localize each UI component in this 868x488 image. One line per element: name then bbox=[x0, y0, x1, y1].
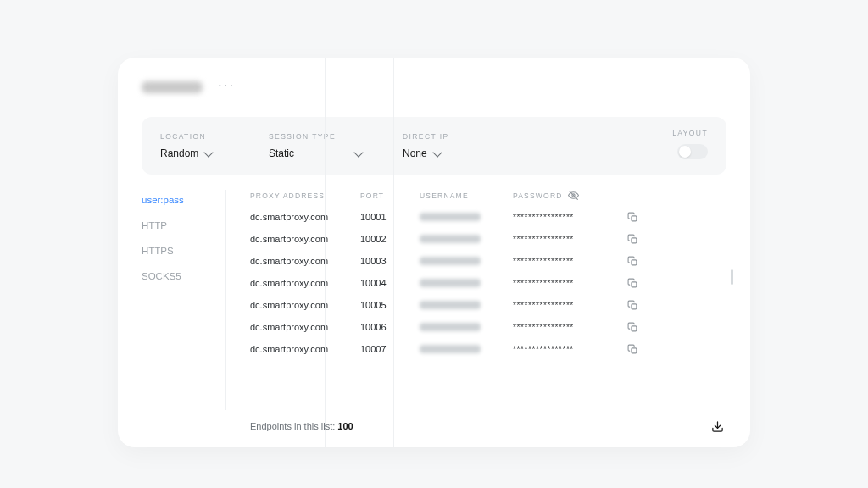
cell-password: **************** bbox=[513, 235, 623, 244]
th-address: PROXY ADDRESS bbox=[250, 191, 360, 200]
cell-username bbox=[420, 235, 513, 243]
cell-password: **************** bbox=[513, 213, 623, 222]
cell-password: **************** bbox=[513, 323, 623, 332]
cell-address: dc.smartproxy.com bbox=[250, 256, 360, 266]
endpoint-table: PROXY ADDRESS PORT USERNAME PASSWORD dc.… bbox=[226, 190, 726, 410]
cell-username bbox=[420, 257, 513, 265]
svg-rect-3 bbox=[631, 237, 636, 242]
filter-layout-label: LAYOUT bbox=[672, 129, 708, 137]
cell-username bbox=[420, 279, 513, 287]
tab-userpass[interactable]: user:pass bbox=[142, 195, 225, 205]
table-row: dc.smartproxy.com10006**************** bbox=[250, 318, 726, 336]
scrollbar-thumb[interactable] bbox=[731, 269, 733, 285]
cell-password: **************** bbox=[513, 345, 623, 354]
filter-session: SESSION TYPE Static bbox=[269, 132, 362, 159]
blurred-title bbox=[142, 81, 203, 93]
auth-tabs: user:pass HTTP HTTPS SOCKS5 bbox=[142, 190, 226, 410]
table-row: dc.smartproxy.com10003**************** bbox=[250, 252, 726, 270]
filter-directip-select[interactable]: None bbox=[403, 147, 470, 159]
svg-rect-4 bbox=[631, 259, 636, 264]
copy-button[interactable] bbox=[623, 230, 642, 248]
more-menu-icon[interactable]: ··· bbox=[218, 78, 235, 92]
divider bbox=[326, 58, 326, 447]
chevron-down-icon bbox=[353, 147, 363, 157]
chevron-down-icon bbox=[204, 147, 214, 157]
cell-port: 10003 bbox=[360, 256, 420, 266]
cell-address: dc.smartproxy.com bbox=[250, 278, 360, 288]
copy-button[interactable] bbox=[623, 296, 642, 314]
cell-port: 10004 bbox=[360, 278, 420, 288]
cell-address: dc.smartproxy.com bbox=[250, 212, 360, 222]
cell-port: 10006 bbox=[360, 322, 420, 332]
cell-port: 10002 bbox=[360, 234, 420, 244]
svg-rect-7 bbox=[631, 325, 636, 330]
tab-socks5[interactable]: SOCKS5 bbox=[142, 271, 225, 281]
table-body: dc.smartproxy.com10001****************dc… bbox=[250, 208, 726, 358]
config-card: ··· LOCATION Random SESSION TYPE Static … bbox=[118, 58, 750, 447]
cell-username bbox=[420, 213, 513, 221]
table-row: dc.smartproxy.com10004**************** bbox=[250, 274, 726, 292]
table-header: PROXY ADDRESS PORT USERNAME PASSWORD bbox=[250, 190, 726, 208]
cell-port: 10005 bbox=[360, 300, 420, 310]
cell-port: 10001 bbox=[360, 212, 420, 222]
eye-off-icon[interactable] bbox=[568, 190, 579, 201]
cell-address: dc.smartproxy.com bbox=[250, 234, 360, 244]
copy-button[interactable] bbox=[623, 208, 642, 226]
filter-layout: LAYOUT III bbox=[672, 129, 708, 159]
cell-password: **************** bbox=[513, 257, 623, 266]
cell-password: **************** bbox=[513, 301, 623, 310]
divider bbox=[393, 58, 394, 447]
cell-port: 10007 bbox=[360, 344, 420, 354]
tab-https[interactable]: HTTPS bbox=[142, 246, 225, 256]
copy-button[interactable] bbox=[623, 252, 642, 270]
svg-rect-8 bbox=[631, 347, 636, 352]
filter-session-value: Static bbox=[269, 147, 294, 159]
cell-address: dc.smartproxy.com bbox=[250, 300, 360, 310]
table-row: dc.smartproxy.com10007**************** bbox=[250, 340, 726, 358]
cell-username bbox=[420, 323, 513, 331]
download-button[interactable] bbox=[708, 417, 726, 435]
layout-toggle[interactable]: III bbox=[677, 144, 708, 159]
filter-location-select[interactable]: Random bbox=[160, 147, 228, 159]
copy-button[interactable] bbox=[623, 274, 642, 292]
th-port: PORT bbox=[360, 191, 420, 200]
filter-bar: LOCATION Random SESSION TYPE Static DIRE… bbox=[142, 117, 726, 175]
filter-session-select[interactable]: Static bbox=[269, 147, 362, 159]
filter-directip: DIRECT IP None bbox=[403, 132, 470, 159]
divider bbox=[504, 58, 504, 447]
filter-location-value: Random bbox=[160, 147, 198, 159]
endpoint-count: Endpoints in this list: 100 bbox=[250, 421, 353, 431]
main-area: user:pass HTTP HTTPS SOCKS5 PROXY ADDRES… bbox=[142, 190, 726, 410]
toggle-knob bbox=[679, 146, 691, 158]
th-password: PASSWORD bbox=[513, 190, 623, 201]
svg-rect-6 bbox=[631, 303, 636, 308]
filter-location: LOCATION Random bbox=[160, 132, 228, 159]
table-footer: Endpoints in this list: 100 bbox=[250, 417, 726, 435]
chevron-down-icon bbox=[432, 147, 442, 157]
tab-http[interactable]: HTTP bbox=[142, 220, 225, 230]
table-row: dc.smartproxy.com10001**************** bbox=[250, 208, 726, 226]
copy-button[interactable] bbox=[623, 318, 642, 336]
cell-password: **************** bbox=[513, 279, 623, 288]
copy-button[interactable] bbox=[623, 340, 642, 358]
table-row: dc.smartproxy.com10005**************** bbox=[250, 296, 726, 314]
cell-username bbox=[420, 301, 513, 309]
filter-location-label: LOCATION bbox=[160, 132, 228, 141]
cell-address: dc.smartproxy.com bbox=[250, 344, 360, 354]
th-user: USERNAME bbox=[420, 191, 513, 200]
card-header: ··· bbox=[142, 78, 726, 97]
filter-session-label: SESSION TYPE bbox=[269, 132, 362, 141]
cell-address: dc.smartproxy.com bbox=[250, 322, 360, 332]
svg-rect-5 bbox=[631, 281, 636, 286]
table-row: dc.smartproxy.com10002**************** bbox=[250, 230, 726, 248]
filter-directip-label: DIRECT IP bbox=[403, 132, 470, 141]
svg-rect-2 bbox=[631, 215, 636, 220]
cell-username bbox=[420, 345, 513, 353]
filter-directip-value: None bbox=[403, 147, 427, 159]
